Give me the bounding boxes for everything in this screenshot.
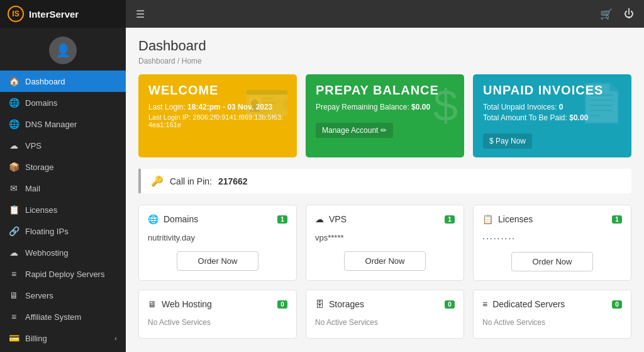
topbar-left: ☰: [136, 8, 145, 20]
licenses-icon: 📋: [9, 205, 19, 215]
sidebar-item-rapid-deploy[interactable]: ≡ Rapid Deploy Servers: [0, 263, 126, 285]
vps-order-button[interactable]: Order Now: [344, 251, 426, 271]
licenses-service-icon: 📋: [482, 214, 493, 224]
breadcrumb-sep: /: [177, 57, 179, 65]
storage-icon: 📦: [9, 162, 19, 172]
webhosting-no-active: No Active Services: [148, 315, 287, 329]
sidebar-item-webhosting[interactable]: ☁ Webhosting: [0, 242, 126, 263]
service-card-licenses: 📋 Licenses 1 ········· Order Now: [473, 205, 631, 281]
sidebar-label-affiliate: Affiliate System: [25, 312, 81, 322]
sidebar-label-dns: DNS Manager: [25, 120, 77, 129]
page-title: Dashboard: [138, 38, 631, 54]
callin-bar: 🔑 Call in Pin: 217662: [138, 169, 631, 193]
sidebar-label-servers: Servers: [25, 291, 53, 300]
service-title-webhosting: 🖥 Web Hosting: [148, 299, 212, 309]
top-cards: WELCOME 🪪 Last Login: 18:42:pm - 03 Nov,…: [138, 74, 631, 157]
storages-badge: 0: [445, 300, 455, 309]
affiliate-icon: ≡: [9, 312, 19, 322]
service-title-storages: 🗄 Storages: [315, 299, 364, 309]
logo-text: InterServer: [29, 9, 79, 20]
sidebar-label-licenses: Licenses: [25, 205, 57, 215]
billing-arrow: ‹: [114, 334, 117, 342]
main-area: ☰ 🛒 ⏻ Dashboard Dashboard / Home WELCOME…: [126, 0, 644, 352]
invoices-bg-icon: 📄: [578, 81, 625, 125]
sidebar-item-licenses[interactable]: 📋 Licenses: [0, 199, 126, 220]
sidebar-item-domains[interactable]: 🌐 Domains: [0, 92, 126, 113]
sidebar: IS InterServer 👤 🏠 Dashboard 🌐 Domains 🌐…: [0, 0, 126, 352]
dedicated-no-active: No Active Services: [482, 315, 622, 329]
sidebar-item-storage[interactable]: 📦 Storage: [0, 156, 126, 178]
prepay-bg-icon: $: [433, 81, 458, 131]
domains-service-icon: 🌐: [148, 214, 158, 224]
service-header-webhosting: 🖥 Web Hosting 0: [148, 299, 287, 309]
service-header-vps: ☁ VPS 1: [315, 214, 455, 224]
breadcrumb-home: Dashboard: [138, 57, 175, 65]
topbar: ☰ 🛒 ⏻: [126, 0, 644, 28]
cart-icon[interactable]: 🛒: [600, 8, 613, 20]
sidebar-item-mail[interactable]: ✉ Mail: [0, 178, 126, 199]
service-card-dedicated-servers: ≡ Dedicated Servers 0 No Active Services: [473, 290, 631, 339]
sidebar-label-mail: Mail: [25, 184, 40, 193]
breadcrumb-current: Home: [182, 57, 202, 65]
billing-icon: 💳: [9, 333, 19, 343]
domains-badge: 1: [277, 215, 287, 224]
menu-icon[interactable]: ☰: [136, 8, 145, 20]
sidebar-item-vps[interactable]: ☁ VPS: [0, 135, 126, 156]
floating-ips-icon: 🔗: [9, 226, 19, 236]
service-card-domains: 🌐 Domains 1 nutritivity.day Order Now: [138, 205, 297, 281]
domains-icon: 🌐: [9, 98, 19, 108]
sidebar-item-servers[interactable]: 🖥 Servers: [0, 285, 126, 306]
callin-label: Call in Pin:: [170, 176, 212, 186]
pay-now-button[interactable]: $ Pay Now: [483, 133, 532, 149]
sidebar-label-billing: Billing: [25, 334, 47, 343]
webhosting-icon: ☁: [9, 247, 19, 258]
service-title-dedicated: ≡ Dedicated Servers: [482, 299, 565, 309]
sidebar-label-vps: VPS: [25, 141, 42, 150]
dedicated-badge: 0: [612, 300, 622, 309]
power-icon[interactable]: ⏻: [624, 8, 634, 20]
key-icon: 🔑: [151, 175, 164, 187]
vps-service-icon: ☁: [315, 214, 324, 224]
domains-entry: nutritivity.day: [148, 230, 287, 245]
manage-account-button[interactable]: Manage Account ✏: [316, 123, 393, 138]
logo-icon: IS: [8, 6, 24, 22]
service-header-storages: 🗄 Storages 0: [315, 299, 455, 309]
callin-pin: 217662: [218, 176, 248, 186]
user-avatar-section: 👤: [0, 28, 126, 71]
vps-entry: vps*****: [315, 230, 455, 245]
rapid-deploy-icon: ≡: [9, 269, 19, 279]
dashboard-icon: 🏠: [9, 76, 19, 86]
licenses-order-button[interactable]: Order Now: [511, 252, 593, 271]
dedicated-servers-label: Dedicated Servers: [492, 299, 565, 309]
welcome-bg-icon: 🪪: [243, 81, 291, 125]
sidebar-item-floating-ips[interactable]: 🔗 Floating IPs: [0, 220, 126, 242]
invoices-card: UNPAID INVOICES 📄 Total Unpaid Invoices:…: [473, 74, 631, 157]
prepay-card: PREPAY BALANCE $ Prepay Remaining Balanc…: [306, 74, 464, 157]
storages-service-icon: 🗄: [315, 299, 324, 309]
breadcrumb: Dashboard / Home: [138, 57, 631, 65]
vps-badge: 1: [445, 215, 455, 224]
sidebar-label-dashboard: Dashboard: [25, 77, 65, 86]
sidebar-item-dashboard[interactable]: 🏠 Dashboard: [0, 71, 126, 92]
service-header-domains: 🌐 Domains 1: [148, 214, 287, 224]
service-title-licenses: 📋 Licenses: [482, 214, 533, 224]
dns-icon: 🌐: [9, 119, 19, 129]
storages-no-active: No Active Services: [315, 315, 455, 329]
sidebar-item-affiliate[interactable]: ≡ Affiliate System: [0, 306, 126, 327]
licenses-badge: 1: [612, 215, 622, 224]
licenses-entry: ·········: [482, 230, 622, 246]
webhosting-service-icon: 🖥: [148, 299, 157, 309]
services-grid: 🌐 Domains 1 nutritivity.day Order Now ☁ …: [138, 205, 631, 339]
domains-order-button[interactable]: Order Now: [177, 251, 258, 271]
service-header-licenses: 📋 Licenses 1: [482, 214, 622, 224]
sidebar-label-webhosting: Webhosting: [25, 248, 68, 258]
service-title-domains: 🌐 Domains: [148, 214, 198, 224]
webhosting-badge: 0: [277, 300, 287, 309]
sidebar-item-billing[interactable]: 💳 Billing ‹: [0, 327, 126, 349]
sidebar-item-tickets[interactable]: 🎫 Tickets: [0, 349, 126, 352]
sidebar-item-dns-manager[interactable]: 🌐 DNS Manager: [0, 113, 126, 135]
avatar: 👤: [49, 37, 77, 64]
service-card-storages: 🗄 Storages 0 No Active Services: [306, 290, 464, 339]
dedicated-service-icon: ≡: [482, 299, 487, 309]
sidebar-nav: 🏠 Dashboard 🌐 Domains 🌐 DNS Manager ☁ VP…: [0, 71, 126, 352]
